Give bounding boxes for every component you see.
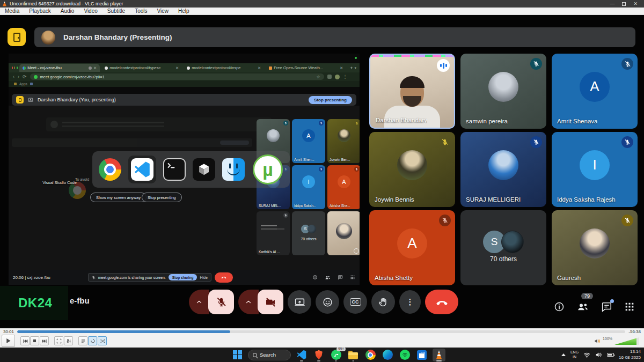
stop-button[interactable] (30, 336, 39, 345)
fullscreen-button[interactable] (54, 336, 63, 345)
minimize-button[interactable]: — (610, 2, 614, 6)
chat-panel-button[interactable] (601, 301, 612, 313)
playlist-button[interactable] (78, 336, 87, 345)
taskbar-spotify[interactable] (398, 349, 411, 361)
extensions-icon[interactable] (327, 75, 332, 79)
present-screen-button[interactable] (288, 290, 311, 314)
taskbar-edge[interactable] (381, 349, 394, 361)
mic-options-chevron[interactable] (189, 290, 209, 314)
bookmark-star-icon[interactable]: ☆ (316, 75, 320, 79)
wifi-icon[interactable] (583, 351, 590, 358)
captions-button[interactable]: CC (343, 290, 367, 314)
more-options-button[interactable]: ⋮ (399, 290, 421, 314)
menu-video[interactable]: Video (79, 8, 102, 14)
hidden-icons-chevron[interactable] (561, 353, 566, 356)
show-screen-anyway-button[interactable]: Show my screen anyway (90, 193, 147, 202)
stop-presenting-overlay-button[interactable]: Stop presenting (142, 193, 182, 202)
finder-icon[interactable] (222, 158, 245, 181)
taskbar-whatsapp[interactable]: 99+ (330, 349, 342, 361)
language-indicator[interactable]: ENGIN (570, 350, 579, 359)
tab-list-caret-icon[interactable]: ▾ (354, 66, 356, 70)
traffic-minimize-icon[interactable] (14, 67, 16, 69)
new-tab-button[interactable]: + (350, 65, 353, 71)
stop-sharing-button[interactable]: Stop sharing (169, 274, 197, 280)
tab-close-icon[interactable]: ✕ (258, 66, 261, 70)
traffic-close-icon[interactable] (12, 67, 13, 69)
taskbar-brave[interactable] (312, 349, 325, 361)
taskbar-vscode[interactable] (295, 349, 308, 361)
info-icon[interactable] (312, 275, 318, 280)
volume-icon[interactable] (595, 351, 602, 358)
mic-off-icon (621, 215, 633, 226)
random-button[interactable] (98, 336, 107, 345)
previous-button[interactable] (20, 336, 30, 345)
volume-control[interactable]: 100% (594, 337, 642, 345)
bookmark-icon[interactable] (14, 83, 17, 85)
file-explorer-icon (348, 352, 358, 359)
meeting-details[interactable] (553, 301, 565, 313)
nested-end-call-button[interactable] (215, 272, 233, 283)
tab-close-icon[interactable]: ✕ (340, 66, 343, 70)
tab-github-2[interactable]: modelcontextprotocol/inspe ✕ (184, 64, 264, 72)
terminal-icon[interactable] (163, 158, 186, 181)
show-desktop-strip[interactable] (640, 348, 641, 362)
extended-settings-button[interactable] (64, 336, 73, 345)
taskbar-explorer[interactable] (347, 349, 360, 361)
vscode-selected[interactable] (128, 156, 156, 183)
camera-off-button[interactable] (258, 290, 283, 314)
reactions-button[interactable] (316, 290, 339, 314)
menu-view[interactable]: View (152, 8, 174, 14)
tab-meet[interactable]: Meet - cxj-vzoe-fbu ✕ (19, 64, 100, 72)
taskbar-vlc-active[interactable] (433, 349, 445, 361)
seek-bar[interactable] (17, 330, 625, 333)
battery-icon[interactable] (607, 353, 614, 357)
traffic-zoom-icon[interactable] (17, 67, 18, 69)
end-call-button[interactable] (425, 290, 458, 314)
start-button[interactable] (231, 349, 244, 361)
stop-presenting-button[interactable]: Stop presenting (309, 96, 352, 104)
reload-icon[interactable]: ⟳ (23, 75, 27, 79)
taskbar-clock[interactable]: 13:1416-08-2025 (619, 349, 641, 360)
bookmark-label[interactable]: Apps (19, 82, 27, 86)
tab-close-icon[interactable]: ✕ (175, 66, 179, 70)
maximize-button[interactable] (622, 2, 626, 6)
taskbar-store[interactable] (415, 349, 428, 361)
menu-audio[interactable]: Audio (56, 8, 79, 14)
tab-weather[interactable]: Free Open-Source Weath... ✕ (266, 64, 346, 72)
menu-help[interactable]: Help (173, 8, 194, 14)
chrome-icon[interactable] (99, 158, 121, 181)
camera-options-chevron[interactable] (238, 290, 259, 314)
flip-camera-icon[interactable] (354, 248, 359, 254)
raise-hand-button[interactable] (371, 290, 395, 314)
video-area[interactable]: Darshan Bhandary (Presenting) Meet - cxj… (0, 15, 644, 328)
taskbar-search[interactable]: Search (248, 350, 291, 360)
chat-icon[interactable] (338, 275, 343, 280)
menu-media[interactable]: Media (0, 8, 24, 14)
close-button[interactable]: ✕ (633, 2, 638, 6)
back-icon[interactable]: ‹ (13, 75, 14, 79)
apps-grid-icon[interactable] (350, 275, 355, 280)
mic-muted-button[interactable] (208, 290, 234, 314)
taskbar-chrome[interactable] (364, 349, 377, 361)
play-button[interactable] (2, 335, 15, 347)
loop-button[interactable] (88, 336, 97, 345)
forward-icon[interactable]: › (18, 75, 19, 79)
tab-github-1[interactable]: modelcontextprotocol/typesc ✕ (101, 64, 182, 72)
next-button[interactable] (40, 336, 49, 345)
browser-menu-icon[interactable]: ⋮ (343, 75, 348, 79)
utorrent-icon[interactable]: µ (253, 154, 283, 184)
bookmark-icon[interactable] (30, 83, 33, 85)
people-icon[interactable] (325, 275, 331, 280)
menu-playback[interactable]: Playback (24, 8, 56, 14)
address-field[interactable]: meet.google.com/cxj-vzoe-fbu?pli=1 ☆ (30, 73, 324, 80)
participants-panel-button[interactable]: 79 (576, 300, 589, 313)
unity-icon[interactable] (193, 158, 215, 181)
menu-subtitle[interactable]: Subtitle (103, 8, 130, 14)
volume-slider[interactable] (614, 337, 639, 345)
activities-button[interactable] (624, 301, 635, 313)
video-glitch-strip (370, 55, 454, 57)
menu-tools[interactable]: Tools (130, 8, 152, 14)
hide-button[interactable]: Hide (200, 276, 207, 279)
tab-close-icon[interactable]: ✕ (93, 66, 97, 70)
browser-profile-avatar[interactable] (335, 75, 340, 79)
